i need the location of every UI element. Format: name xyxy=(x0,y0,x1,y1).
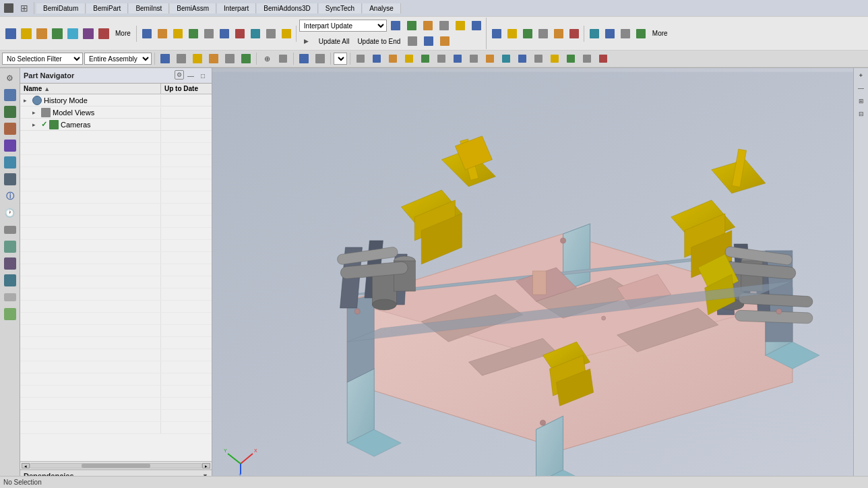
view-more-9[interactable] xyxy=(483,51,497,66)
tb-icon-i[interactable] xyxy=(264,26,278,41)
tab-bemiaddons3d[interactable]: BemiAddons3D xyxy=(257,3,317,13)
tb-icon-j[interactable] xyxy=(279,26,294,41)
interpart-update-dropdown[interactable]: Interpart Update xyxy=(299,20,387,32)
tab-bemipart[interactable]: BemiPart xyxy=(86,3,128,13)
tree-item-cameras[interactable]: ▸ ✓ Cameras xyxy=(20,119,212,131)
tab-bemiassm[interactable]: BemiAssm xyxy=(170,3,216,13)
tb-assembly-icon[interactable] xyxy=(3,26,18,41)
view-fit-btn[interactable]: ⊕ xyxy=(259,51,274,66)
right-bar-btn1[interactable]: + xyxy=(855,69,867,82)
tb-curve-icon[interactable] xyxy=(81,26,96,41)
tb-model-icon[interactable] xyxy=(50,26,65,41)
tb-sec5-4[interactable] xyxy=(633,26,648,41)
sidebar-tools-btn[interactable] xyxy=(2,255,18,272)
right-bar-btn3[interactable]: ⊞ xyxy=(855,95,867,107)
view-more-6[interactable] xyxy=(434,51,449,66)
tb-sec4-3[interactable] xyxy=(520,26,535,41)
nav-minimize-btn[interactable]: — xyxy=(185,70,196,81)
more-btn-1[interactable]: More xyxy=(112,26,134,41)
more-btn-2[interactable]: More xyxy=(649,26,671,41)
selection-filter-dropdown[interactable]: No Selection Filter xyxy=(2,53,83,65)
view-zoom-btn[interactable] xyxy=(276,51,290,66)
view-more-12[interactable] xyxy=(531,51,546,66)
view-more-2[interactable] xyxy=(369,51,384,66)
update-to-end-btn[interactable]: Update to End xyxy=(354,34,404,49)
scroll-left-btn[interactable]: ◂ xyxy=(22,463,30,468)
tb-sec5-3[interactable] xyxy=(618,26,633,41)
tab-analyse[interactable]: Analyse xyxy=(363,3,401,13)
tb-ip-btn9[interactable] xyxy=(437,34,452,49)
tb-sec5-2[interactable] xyxy=(602,26,617,41)
sidebar-history-btn[interactable] xyxy=(2,87,18,103)
tab-interpart[interactable]: Interpart xyxy=(217,3,256,13)
tb-btn-home[interactable] xyxy=(1,1,16,16)
view-more-5[interactable] xyxy=(418,51,433,66)
view-filter-btn[interactable] xyxy=(174,51,189,66)
tb-component-icon[interactable] xyxy=(19,26,34,41)
tb-sec5-1[interactable] xyxy=(587,26,602,41)
tb-interpart-btn3[interactable] xyxy=(421,18,435,33)
tb-sec4-1[interactable] xyxy=(489,26,504,41)
layer-num-dropdown[interactable]: 1 xyxy=(334,53,347,65)
view-more-10[interactable] xyxy=(499,51,514,66)
tab-synctech[interactable]: SyncTech xyxy=(319,3,362,13)
tb-interpart-btn2[interactable] xyxy=(404,18,419,33)
right-bar-btn2[interactable]: — xyxy=(855,82,867,94)
nav-expand-btn[interactable]: □ xyxy=(197,70,208,81)
tb-interpart-btn6[interactable] xyxy=(469,18,484,33)
tb-sec4-6[interactable] xyxy=(567,26,582,41)
sidebar-more-btn[interactable] xyxy=(2,306,18,322)
scope-dropdown[interactable]: Entire Assembly xyxy=(84,53,152,65)
sidebar-view-btn[interactable] xyxy=(2,239,18,255)
view-more-11[interactable] xyxy=(515,51,530,66)
view-edge-btn[interactable] xyxy=(222,51,237,66)
view-more-1[interactable] xyxy=(353,51,368,66)
tb-icon-f[interactable] xyxy=(217,26,232,41)
view-more-7[interactable] xyxy=(450,51,465,66)
tab-bemiinst[interactable]: BemiInst xyxy=(129,3,169,13)
tb-interpart-btn1[interactable] xyxy=(388,18,403,33)
view-more-13[interactable] xyxy=(547,51,562,66)
tb-icon-g[interactable] xyxy=(232,26,247,41)
tab-bemidatum[interactable]: BemiDatum xyxy=(36,3,86,13)
tb-ip-btn7[interactable] xyxy=(405,34,420,49)
viewport[interactable]: X Y Z xyxy=(212,68,853,488)
sidebar-clock-btn[interactable]: 🕐 xyxy=(2,205,18,221)
sidebar-assembly-btn[interactable] xyxy=(2,104,18,120)
tb-icon-c[interactable] xyxy=(170,26,185,41)
view-orient-btn[interactable] xyxy=(297,51,311,66)
view-more-16[interactable] xyxy=(596,51,611,66)
right-bar-btn4[interactable]: ⊟ xyxy=(855,108,867,120)
sidebar-settings-btn[interactable]: ⚙ xyxy=(2,70,18,86)
tree-item-history[interactable]: ▸ History Mode xyxy=(20,94,212,106)
sidebar-reuse-btn[interactable] xyxy=(2,154,18,171)
sidebar-info-btn[interactable]: ⓘ xyxy=(2,188,18,204)
sidebar-measure-btn[interactable] xyxy=(2,272,18,288)
view-more-15[interactable] xyxy=(580,51,594,66)
tb-interpart-btn4[interactable] xyxy=(437,18,452,33)
view-more-8[interactable] xyxy=(466,51,481,66)
nav-settings-btn[interactable]: ⚙ xyxy=(175,70,184,80)
tb-btn-new[interactable]: ⊞ xyxy=(17,1,32,16)
view-shade-btn[interactable] xyxy=(206,51,221,66)
update-all-btn[interactable]: Update All xyxy=(315,34,353,49)
tb-surface-icon[interactable] xyxy=(96,26,111,41)
tab-bar[interactable]: ⊞ BemiDatum BemiPart BemiInst BemiAssm I… xyxy=(0,0,868,17)
tb-icon-d[interactable] xyxy=(186,26,201,41)
view-more-4[interactable] xyxy=(402,51,416,66)
view-display-btn[interactable] xyxy=(190,51,205,66)
tree-item-model-views[interactable]: ▸ Model Views xyxy=(20,106,212,119)
tree-content[interactable]: ▸ History Mode ▸ Model Views ▸ xyxy=(20,94,212,461)
tb-sec4-5[interactable] xyxy=(551,26,566,41)
tb-sketch-icon[interactable] xyxy=(65,26,80,41)
tree-scrollbar[interactable]: ◂ ▸ xyxy=(20,461,212,469)
tb-update-all-icon[interactable]: ▶ xyxy=(299,34,314,49)
tb-icon-h[interactable] xyxy=(248,26,263,41)
tb-sec4-4[interactable] xyxy=(536,26,551,41)
tb-ip-btn8[interactable] xyxy=(421,34,436,49)
scroll-right-btn[interactable]: ▸ xyxy=(202,463,210,468)
sidebar-camera-btn[interactable] xyxy=(2,289,18,305)
view-more-14[interactable] xyxy=(563,51,578,66)
tb-icon-e[interactable] xyxy=(202,26,216,41)
sidebar-motion-btn[interactable] xyxy=(2,138,18,154)
